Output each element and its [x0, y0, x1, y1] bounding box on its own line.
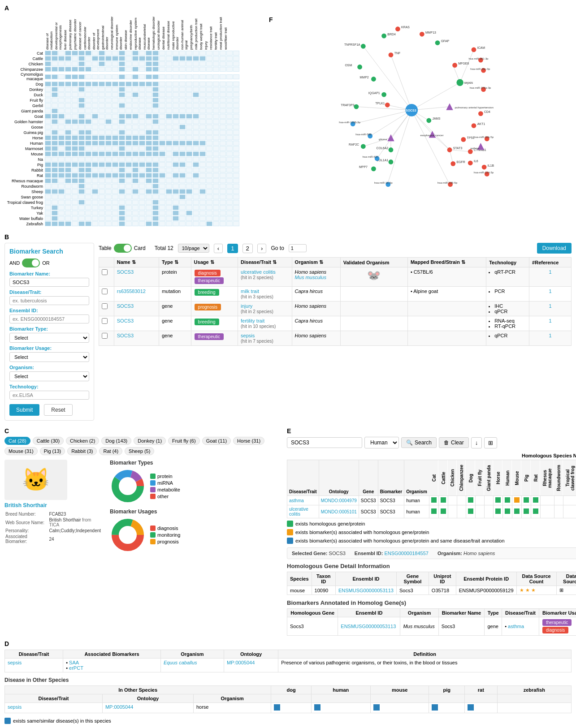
row-checkbox[interactable]	[102, 269, 108, 275]
disease-link[interactable]: ulcerative colitis	[241, 269, 276, 275]
col-ontology: Ontology	[319, 460, 359, 496]
col-disease[interactable]: Disease/Trait ⇅	[238, 258, 292, 267]
col-type[interactable]: Type ⇅	[159, 258, 191, 267]
submit-button[interactable]: Submit	[9, 404, 39, 416]
disease-link[interactable]: milk trait	[241, 289, 259, 294]
ref-link[interactable]: 1	[549, 318, 551, 323]
ref-link[interactable]: 1	[549, 333, 551, 338]
organism-link[interactable]: Equus caballus	[164, 660, 197, 665]
col-usage[interactable]: Usage ⇅	[191, 258, 238, 267]
tech-input[interactable]	[9, 391, 89, 400]
prev-page-btn[interactable]: ‹	[214, 244, 223, 253]
mouse-icon: 🐭	[343, 269, 405, 282]
page-1-btn[interactable]: 1	[227, 244, 238, 253]
e-clear-btn[interactable]: 🗑 Clear	[439, 437, 469, 448]
disease-link[interactable]: sepsis	[8, 660, 22, 665]
animal-tag-chicken[interactable]: Chicken (2)	[66, 437, 99, 445]
col-organism[interactable]: Organism ⇅	[292, 258, 340, 267]
e-organism-select[interactable]: Human	[364, 437, 399, 448]
ontology-link[interactable]: MP:0005044	[105, 704, 133, 710]
legend-other: other	[150, 494, 180, 499]
legend-protein: protein	[150, 474, 180, 479]
e-search-input[interactable]	[287, 437, 362, 448]
e-export-btn[interactable]: ↓	[471, 437, 482, 448]
disease-link[interactable]: ulcerative colitis	[289, 507, 308, 517]
gene-symbol-cell: Socs3	[396, 586, 429, 595]
animal-tag-horse[interactable]: Horse (31)	[233, 437, 264, 445]
page-2-btn[interactable]: 2	[243, 244, 253, 253]
disease-link[interactable]: asthma	[508, 624, 524, 629]
animal-tag-sheep[interactable]: Sheep (5)	[125, 447, 154, 455]
per-page-select[interactable]: 10/page 20/page	[178, 244, 209, 253]
biomarker-name-link[interactable]: SOCS3	[117, 269, 134, 275]
table-row: sepsis • SAA • erPCT Equus caballus MP:0…	[5, 659, 572, 672]
ontology-link[interactable]: MONDO:0005101	[321, 509, 357, 514]
or-label: OR	[42, 260, 50, 266]
row-checkbox[interactable]	[102, 318, 108, 324]
row-checkbox[interactable]	[102, 303, 108, 309]
animal-tag-rat[interactable]: Rat (4)	[99, 447, 122, 455]
row-checkbox[interactable]	[102, 333, 108, 339]
biomarker-name-input[interactable]	[9, 278, 89, 287]
animal-tag-donkey[interactable]: Donkey (1)	[134, 437, 166, 445]
svg-text:hsa-miR-1298-3p: hsa-miR-1298-3p	[339, 121, 360, 124]
goto-input[interactable]	[289, 244, 307, 252]
biomarker-name-link[interactable]: SOCS3	[117, 303, 134, 309]
type-select[interactable]: Select	[9, 333, 89, 343]
reset-button[interactable]: Reset	[44, 404, 72, 416]
animal-tag-pig[interactable]: Pig (13)	[40, 447, 65, 455]
ref-link[interactable]: 1	[549, 289, 551, 294]
legend-blue	[287, 538, 293, 544]
species-hit	[431, 508, 437, 514]
and-or-toggle[interactable]	[22, 258, 40, 267]
disease-link[interactable]: injury	[241, 303, 252, 309]
col-name[interactable]: Name ⇅	[114, 258, 159, 267]
web-source-label: Web Source Name:	[5, 517, 48, 527]
ontology-link[interactable]: MONDO:0004979	[321, 498, 357, 503]
ensembl-id-value[interactable]: ENSG00000184557	[384, 551, 428, 556]
organism-name: Homo sapiens	[295, 269, 326, 275]
animal-tag-cattle[interactable]: Cattle (30)	[33, 437, 64, 445]
ref-link[interactable]: 1	[549, 303, 551, 309]
disease-link[interactable]: asthma	[289, 498, 304, 503]
star-3: ★	[531, 587, 536, 593]
svg-point-62	[435, 40, 440, 45]
disease-input[interactable]	[9, 296, 89, 305]
ref-link[interactable]: 1	[549, 269, 551, 275]
col-dog: dog	[271, 686, 311, 694]
next-page-btn[interactable]: ›	[257, 244, 266, 253]
ontology-link[interactable]: MP:0005044	[227, 660, 255, 665]
disease-link[interactable]: sepsis	[8, 704, 22, 710]
table-row: SOCS3 protein diagnosis therapeutic ulce…	[99, 267, 572, 287]
ensembl-id-link[interactable]: ENSMUSG00000053113	[338, 588, 394, 593]
svg-text:IQGAP1: IQGAP1	[368, 91, 380, 95]
animal-tag-fruitfly[interactable]: Fruit fly (6)	[168, 437, 200, 445]
usage-select[interactable]: Select	[9, 352, 89, 362]
search-panel-title: Biomarker Search	[9, 248, 89, 255]
animal-tag-cat[interactable]: Cat (28)	[4, 437, 30, 445]
organism-select[interactable]: Select	[9, 371, 89, 381]
e-search-btn[interactable]: 🔍 Search	[401, 437, 437, 448]
data-source-icon[interactable]: ⊞	[559, 587, 563, 593]
download-button[interactable]: Download	[537, 243, 572, 254]
biomarker-name-link[interactable]: rs635583012	[117, 289, 146, 294]
row-checkbox[interactable]	[102, 289, 108, 294]
biomarker-name-link[interactable]: SOCS3	[117, 318, 134, 323]
e-grid-btn[interactable]: ⊞	[484, 437, 497, 448]
animal-tag-dog[interactable]: Dog (143)	[101, 437, 131, 445]
svg-text:TRAF3P3: TRAF3P3	[341, 103, 355, 107]
organism-cell: human	[404, 505, 429, 518]
animal-tag-rabbit[interactable]: Rabbit (3)	[67, 447, 97, 455]
ensembl-input[interactable]	[9, 314, 89, 323]
view-toggle[interactable]	[114, 244, 132, 253]
col-breed[interactable]: Mapped Breed/Strain ⇅	[407, 258, 486, 267]
disease-link[interactable]: sepsis	[241, 333, 255, 338]
animal-tag-mouse[interactable]: Mouse (31)	[4, 447, 38, 455]
ensembl-id-link[interactable]: ENSMUSG00000053113	[341, 624, 396, 629]
svg-text:COL6A2: COL6A2	[377, 146, 389, 150]
disease-link[interactable]: fertility trait	[241, 318, 264, 323]
section-d-label: D	[4, 640, 572, 647]
biomarker-name-link[interactable]: SOCS3	[117, 333, 134, 338]
animal-tag-goat[interactable]: Goat (11)	[202, 437, 231, 445]
legend-orange	[287, 529, 293, 535]
